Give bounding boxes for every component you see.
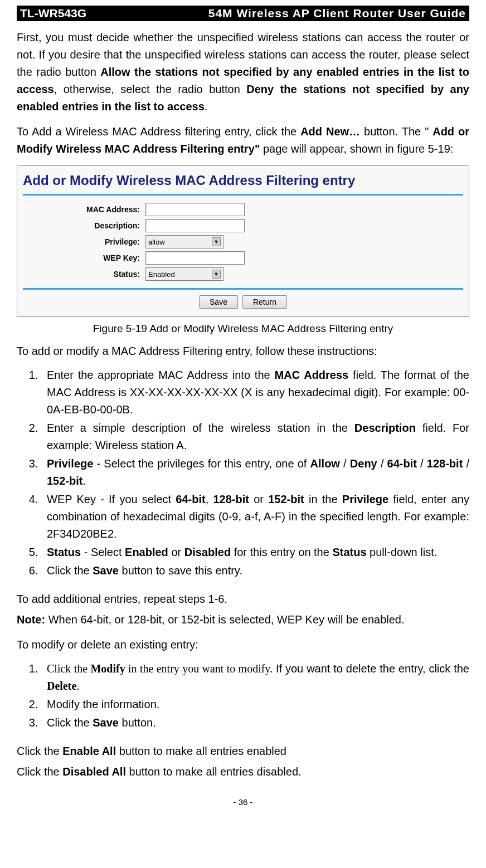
status-value: Enabled bbox=[148, 270, 175, 279]
list-item: WEP Key - If you select 64-bit, 128-bit … bbox=[41, 491, 469, 543]
figure-screenshot: Add or Modify Wireless MAC Address Filte… bbox=[17, 165, 469, 317]
return-button[interactable]: Return bbox=[242, 295, 287, 309]
form-row-privilege: Privilege: allow ▼ bbox=[23, 235, 463, 248]
paragraph-5: Note: When 64-bit, or 128-bit, or 152-bi… bbox=[17, 611, 469, 628]
description-input[interactable] bbox=[145, 219, 245, 232]
dropdown-arrow-icon: ▼ bbox=[212, 270, 221, 279]
paragraph-4: To add additional entries, repeat steps … bbox=[17, 591, 469, 608]
status-label: Status: bbox=[23, 270, 145, 279]
dropdown-arrow-icon: ▼ bbox=[212, 237, 221, 246]
wepkey-label: WEP Key: bbox=[23, 253, 145, 262]
paragraph-6: To modify or delete an existing entry: bbox=[17, 636, 469, 654]
privilege-select[interactable]: allow ▼ bbox=[145, 235, 223, 248]
form-row-status: Status: Enabled ▼ bbox=[23, 267, 463, 281]
form-row-mac: MAC Address: bbox=[23, 203, 463, 216]
paragraph-3: To add or modify a MAC Address Filtering… bbox=[17, 343, 469, 360]
mac-address-label: MAC Address: bbox=[23, 205, 145, 214]
save-button[interactable]: Save bbox=[199, 295, 238, 309]
list-item: Click the Modify in the entry you want t… bbox=[41, 660, 469, 695]
header-title: 54M Wireless AP Client Router User Guide bbox=[208, 7, 466, 20]
figure-caption: Figure 5-19 Add or Modify Wireless MAC A… bbox=[17, 323, 469, 335]
form-row-wepkey: WEP Key: bbox=[23, 251, 463, 265]
list-item: Enter a simple description of the wirele… bbox=[41, 420, 469, 454]
page-number: - 36 - bbox=[17, 797, 469, 812]
instruction-list-2: Click the Modify in the entry you want t… bbox=[17, 660, 469, 732]
list-item: Enter the appropriate MAC Address into t… bbox=[41, 367, 469, 418]
privilege-value: allow bbox=[148, 238, 165, 246]
form-row-description: Description: bbox=[23, 219, 463, 232]
mac-address-input[interactable] bbox=[145, 203, 245, 216]
list-item: Click the Save button to save this entry… bbox=[41, 562, 469, 579]
paragraph-1: First, you must decide whether the unspe… bbox=[17, 29, 469, 115]
list-item: Click the Save button. bbox=[41, 714, 469, 732]
list-item: Modify the information. bbox=[41, 696, 469, 713]
paragraph-2: To Add a Wireless MAC Address filtering … bbox=[17, 123, 469, 158]
page-header-bar: TL-WR543G 54M Wireless AP Client Router … bbox=[17, 6, 469, 21]
instruction-list-1: Enter the appropriate MAC Address into t… bbox=[17, 367, 469, 579]
paragraph-8: Click the Disabled All button to make al… bbox=[17, 763, 469, 781]
wepkey-input[interactable] bbox=[145, 251, 245, 265]
list-item: Privilege - Select the privileges for th… bbox=[41, 455, 469, 490]
description-label: Description: bbox=[23, 221, 145, 230]
figure-title: Add or Modify Wireless MAC Address Filte… bbox=[23, 170, 463, 196]
list-item: Status - Select Enabled or Disabled for … bbox=[41, 544, 469, 561]
header-model: TL-WR543G bbox=[20, 7, 86, 20]
status-select[interactable]: Enabled ▼ bbox=[145, 267, 223, 281]
privilege-label: Privilege: bbox=[23, 237, 145, 246]
paragraph-7: Click the Enable All button to make all … bbox=[17, 743, 469, 760]
